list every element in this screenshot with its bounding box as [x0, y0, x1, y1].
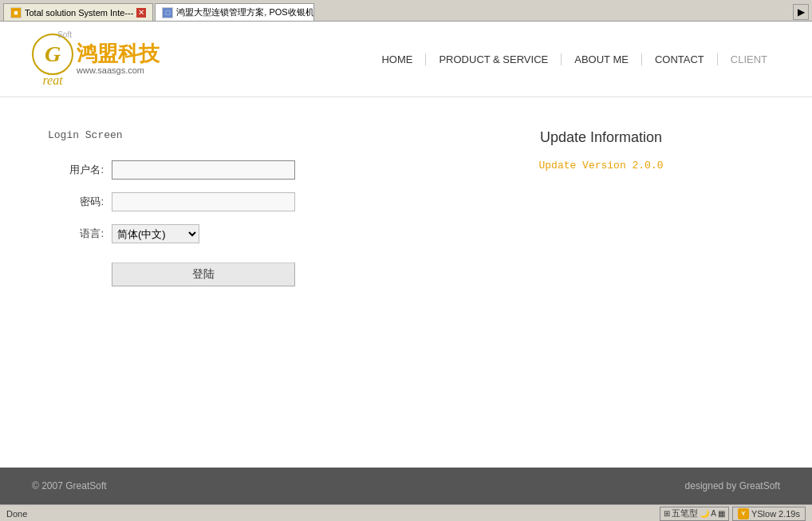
- logo-right: 鸿盟科技 www.saasgs.com: [77, 43, 160, 75]
- submit-row: 登陆: [48, 256, 374, 286]
- footer-copyright: © 2007 GreatSoft: [32, 480, 107, 491]
- great-circle: G: [32, 34, 73, 75]
- tab-add-button[interactable]: ▶: [793, 4, 809, 20]
- yslow-time: 2.19s: [778, 509, 800, 519]
- tab-2-icon: □: [162, 7, 173, 18]
- login-title: Login Screen: [48, 129, 374, 141]
- tab-separator: ▶: [793, 4, 809, 20]
- logo-area: Soft G reat 鸿盟科技 www.saasgs.com: [32, 30, 160, 88]
- language-row: 语言: 简体(中文) English: [48, 224, 374, 243]
- update-section: Update Information Update Version 2.0.0: [438, 129, 764, 436]
- tab-1-close[interactable]: ✕: [136, 8, 146, 18]
- logo-website: www.saasgs.com: [77, 65, 160, 75]
- tab-1-label: Total solution System Inte---: [25, 8, 133, 18]
- statusbar-ime-icon[interactable]: ⊞ 五笔型 🌙 A ▦: [660, 507, 729, 521]
- tab-2-label: 鸿盟大型连锁管理方案, POS收银机, …: [176, 6, 314, 18]
- statusbar: Done ⊞ 五笔型 🌙 A ▦ Y YSlow 2.19s: [0, 504, 812, 521]
- ime-icon-4: ▦: [718, 509, 725, 518]
- nav-contact[interactable]: CONTACT: [642, 53, 718, 65]
- username-row: 用户名:: [48, 160, 374, 180]
- logo-chinese: 鸿盟科技: [77, 43, 160, 64]
- language-select-wrapper: 简体(中文) English: [112, 224, 199, 243]
- login-section: Login Screen 用户名: 密码: 语言: 简体(中文) English: [48, 129, 374, 436]
- ime-icon-symbol: ⊞: [664, 509, 670, 518]
- soft-label: Soft: [57, 30, 72, 39]
- ime-label: 五笔型: [672, 507, 698, 519]
- login-button[interactable]: 登陆: [112, 262, 295, 286]
- language-label: 语言:: [48, 227, 112, 241]
- tab-2[interactable]: □ 鸿盟大型连锁管理方案, POS收银机, … ✕: [155, 3, 314, 21]
- yslow-label: YSlow: [751, 509, 776, 519]
- nav-about-me[interactable]: ABOUT ME: [562, 53, 642, 65]
- statusbar-status-text: Done: [6, 509, 660, 519]
- ime-icon-3: A: [711, 509, 716, 518]
- update-version-link[interactable]: Update Version 2.0.0: [538, 160, 663, 172]
- main-content: Login Screen 用户名: 密码: 语言: 简体(中文) English: [0, 97, 812, 468]
- logo-combined: Soft G reat 鸿盟科技 www.saasgs.com: [32, 30, 160, 88]
- page-wrapper: Soft G reat 鸿盟科技 www.saasgs.com HOME PRO…: [0, 22, 812, 504]
- password-input[interactable]: [112, 192, 295, 211]
- tab-bar: ■ Total solution System Inte--- ✕ □ 鸿盟大型…: [0, 0, 812, 21]
- username-input[interactable]: [112, 160, 295, 180]
- tab-1-icon: ■: [10, 7, 22, 18]
- footer-designed-by: designed by GreatSoft: [685, 480, 780, 491]
- statusbar-right: ⊞ 五笔型 🌙 A ▦ Y YSlow 2.19s: [660, 507, 806, 521]
- footer: © 2007 GreatSoft designed by GreatSoft: [0, 468, 812, 504]
- password-row: 密码:: [48, 192, 374, 211]
- logo-left: Soft G reat: [32, 30, 73, 88]
- yslow-icon: Y: [738, 508, 749, 519]
- browser-chrome: ■ Total solution System Inte--- ✕ □ 鸿盟大型…: [0, 0, 812, 22]
- language-select[interactable]: 简体(中文) English: [112, 224, 199, 243]
- nav-client[interactable]: CLIENT: [718, 53, 780, 65]
- nav-product-service[interactable]: PRODUCT & SERVICE: [426, 53, 562, 65]
- update-title: Update Information: [438, 129, 764, 146]
- header: Soft G reat 鸿盟科技 www.saasgs.com HOME PRO…: [0, 22, 812, 97]
- ime-icon-2: 🌙: [700, 509, 709, 518]
- username-label: 用户名:: [48, 163, 112, 177]
- yslow-badge: Y YSlow 2.19s: [732, 507, 806, 521]
- reat-text: reat: [32, 73, 73, 88]
- nav-home[interactable]: HOME: [369, 53, 426, 65]
- main-nav: HOME PRODUCT & SERVICE ABOUT ME CONTACT …: [369, 53, 780, 65]
- tab-1[interactable]: ■ Total solution System Inte--- ✕: [3, 3, 153, 21]
- password-label: 密码:: [48, 195, 112, 209]
- great-g-letter: G: [45, 41, 61, 67]
